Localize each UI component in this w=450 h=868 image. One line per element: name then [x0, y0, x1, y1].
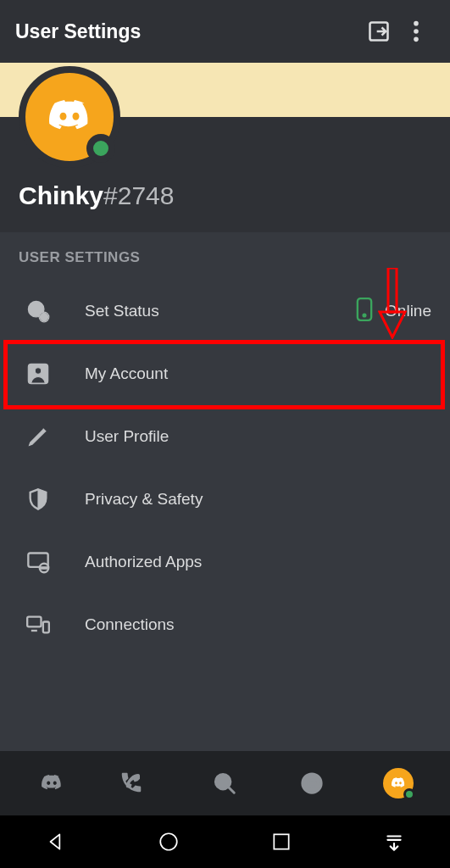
row-label: Authorized Apps: [85, 553, 431, 571]
username-discriminator: #2748: [103, 181, 174, 209]
tab-mentions[interactable]: [286, 758, 337, 809]
row-label: User Profile: [85, 427, 431, 446]
svg-rect-13: [40, 567, 47, 569]
username: Chinky#2748: [19, 181, 431, 210]
tab-search[interactable]: [199, 758, 250, 809]
bottom-tab-bar: [0, 751, 450, 815]
nav-drawer[interactable]: [367, 825, 421, 859]
nav-back[interactable]: [29, 825, 83, 859]
row-label: Connections: [85, 615, 431, 634]
app-bar: User Settings: [0, 0, 450, 63]
mobile-online-icon: [356, 298, 373, 326]
svg-point-2: [414, 29, 419, 34]
apps-icon: [25, 549, 51, 575]
status-text: Online: [385, 302, 431, 320]
nav-home[interactable]: [142, 825, 196, 859]
svg-point-6: [40, 313, 47, 320]
svg-rect-14: [27, 617, 41, 627]
exit-icon[interactable]: [360, 13, 397, 50]
more-icon[interactable]: [397, 13, 435, 50]
svg-point-10: [35, 368, 41, 374]
tab-home[interactable]: [26, 758, 77, 809]
status-icon: [25, 298, 51, 324]
status-indicator: [86, 134, 115, 163]
tab-avatar: [383, 768, 414, 798]
row-label: My Account: [85, 364, 431, 383]
svg-rect-23: [274, 834, 288, 849]
username-name: Chinky: [19, 181, 103, 209]
page-title: User Settings: [15, 20, 360, 43]
svg-point-1: [414, 21, 419, 26]
pencil-icon: [25, 424, 51, 449]
row-status-value: Online: [356, 298, 431, 326]
row-privacy-safety[interactable]: Privacy & Safety: [0, 468, 450, 531]
mini-status-indicator: [403, 788, 415, 800]
nav-recents[interactable]: [254, 825, 308, 859]
app-root: User Settings Chinky#2748 USER SETTINGS: [0, 0, 450, 868]
svg-point-3: [414, 37, 419, 42]
account-icon: [25, 361, 51, 387]
android-navbar: [0, 815, 450, 868]
row-user-profile[interactable]: User Profile: [0, 405, 450, 468]
avatar-wrap[interactable]: [19, 66, 120, 168]
row-set-status[interactable]: Set Status Online: [0, 280, 450, 342]
row-connections[interactable]: Connections: [0, 593, 450, 656]
settings-section: USER SETTINGS Set Status Online My Accou…: [0, 232, 450, 751]
section-header: USER SETTINGS: [0, 232, 450, 280]
row-label: Set Status: [85, 302, 356, 320]
tab-friends[interactable]: [113, 758, 164, 809]
row-my-account[interactable]: My Account: [0, 342, 450, 405]
tab-profile[interactable]: [373, 758, 424, 809]
svg-point-8: [363, 313, 367, 317]
profile-header: Chinky#2748: [0, 117, 450, 232]
svg-rect-15: [43, 622, 49, 633]
connections-icon: [25, 612, 51, 637]
row-label: Privacy & Safety: [85, 490, 431, 509]
row-authorized-apps[interactable]: Authorized Apps: [0, 531, 450, 593]
shield-icon: [25, 487, 51, 512]
svg-point-22: [160, 833, 177, 850]
